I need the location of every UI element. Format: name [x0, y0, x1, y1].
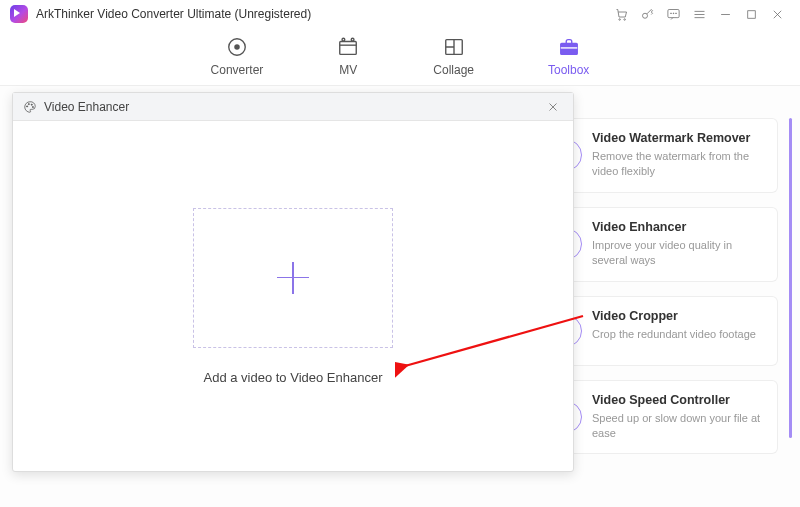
card-title: Video Watermark Remover — [592, 131, 767, 145]
tab-label: Toolbox — [548, 63, 589, 77]
svg-point-11 — [342, 38, 345, 41]
tab-label: MV — [339, 63, 357, 77]
svg-point-0 — [618, 18, 620, 20]
panel-body: Add a video to Video Enhancer — [13, 121, 573, 471]
main-area: Video Watermark Remover Remove the water… — [0, 86, 800, 507]
card-video-speed[interactable]: Video Speed Controller Speed up or slow … — [562, 380, 778, 455]
video-enhancer-panel: Video Enhancer Add a video to Video Enha… — [12, 92, 574, 472]
card-desc: Crop the redundant video footage — [592, 327, 767, 342]
card-watermark-remover[interactable]: Video Watermark Remover Remove the water… — [562, 118, 778, 193]
svg-point-18 — [28, 103, 29, 104]
collage-icon — [443, 36, 465, 58]
svg-rect-7 — [747, 10, 755, 18]
svg-point-5 — [673, 12, 674, 13]
svg-point-20 — [32, 106, 33, 107]
svg-point-19 — [31, 104, 32, 105]
dropzone-caption: Add a video to Video Enhancer — [203, 370, 382, 385]
cart-icon[interactable] — [608, 3, 634, 25]
feedback-icon[interactable] — [660, 3, 686, 25]
svg-point-2 — [642, 13, 647, 18]
tab-mv[interactable]: MV — [337, 36, 359, 77]
card-desc: Improve your video quality in several wa… — [592, 238, 767, 269]
title-bar: ArkThinker Video Converter Ultimate (Unr… — [0, 0, 800, 28]
plus-icon — [275, 260, 311, 296]
svg-point-17 — [27, 105, 28, 106]
app-title: ArkThinker Video Converter Ultimate (Unr… — [36, 7, 311, 21]
add-video-dropzone[interactable] — [193, 208, 393, 348]
card-desc: Remove the watermark from the video flex… — [592, 149, 767, 180]
card-video-enhancer[interactable]: Video Enhancer Improve your video qualit… — [562, 207, 778, 282]
tab-label: Converter — [211, 63, 264, 77]
tab-label: Collage — [433, 63, 474, 77]
svg-point-4 — [670, 12, 671, 13]
converter-icon — [226, 36, 248, 58]
main-tabs: Converter MV Collage Toolbox — [0, 28, 800, 86]
card-video-cropper[interactable]: Video Cropper Crop the redundant video f… — [562, 296, 778, 366]
tab-toolbox[interactable]: Toolbox — [548, 36, 589, 77]
svg-rect-14 — [560, 43, 577, 54]
tab-collage[interactable]: Collage — [433, 36, 474, 77]
panel-header: Video Enhancer — [13, 93, 573, 121]
toolbox-icon — [558, 36, 580, 58]
mv-icon — [337, 36, 359, 58]
app-icon — [10, 5, 28, 23]
key-icon[interactable] — [634, 3, 660, 25]
svg-point-9 — [234, 44, 240, 50]
card-desc: Speed up or slow down your file at ease — [592, 411, 767, 442]
svg-rect-10 — [340, 42, 357, 55]
card-title: Video Speed Controller — [592, 393, 767, 407]
svg-point-1 — [623, 18, 625, 20]
palette-icon — [23, 100, 37, 114]
menu-icon[interactable] — [686, 3, 712, 25]
card-title: Video Enhancer — [592, 220, 767, 234]
tab-converter[interactable]: Converter — [211, 36, 264, 77]
panel-close-button[interactable] — [543, 97, 563, 117]
card-title: Video Cropper — [592, 309, 767, 323]
scrollbar[interactable] — [789, 118, 792, 438]
svg-point-6 — [675, 12, 676, 13]
svg-point-12 — [352, 38, 355, 41]
close-button[interactable] — [764, 3, 790, 25]
maximize-button[interactable] — [738, 3, 764, 25]
tool-list: Video Watermark Remover Remove the water… — [562, 118, 778, 454]
minimize-button[interactable] — [712, 3, 738, 25]
panel-title: Video Enhancer — [44, 100, 129, 114]
